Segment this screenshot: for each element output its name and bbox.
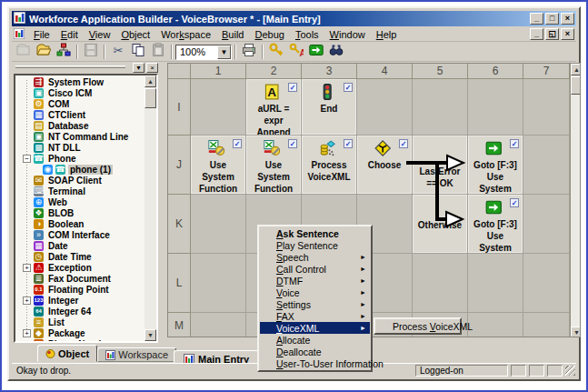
close-button[interactable]: × (561, 13, 574, 25)
tree-item-com[interactable]: ⚙COM (15, 98, 145, 109)
panel-menu-button[interactable]: ▾ (133, 63, 145, 73)
step-enabled-checkbox[interactable]: ✓ (233, 139, 242, 148)
panel-close-button[interactable]: × (146, 63, 158, 73)
tree-scroll-thumb[interactable] (145, 88, 156, 108)
tree-item-phone-1[interactable]: ◉☎phone (1) (15, 164, 145, 175)
step-use-system-function[interactable]: ✓UseSystemFunction (246, 136, 302, 195)
tree-item-ctclient[interactable]: ▦CTClient (15, 109, 145, 120)
context-menu-settings[interactable]: Settings► (260, 298, 370, 310)
tree-item-web[interactable]: ⊕Web (15, 196, 145, 207)
step-enabled-checkbox[interactable]: ✓ (344, 139, 353, 148)
submenu-process-voicexml[interactable]: Process VoiceXML (376, 320, 459, 332)
mdi-restore-button[interactable]: ◱ (545, 28, 559, 40)
print-button[interactable] (239, 44, 259, 61)
workspace-button[interactable] (54, 44, 74, 61)
grid-vscroll-thumb[interactable] (571, 76, 581, 95)
tree-item-nt-dll[interactable]: ▩NT DLL (15, 142, 145, 153)
step-enabled-checkbox[interactable]: ✓ (510, 198, 519, 207)
tree-scroll-down-button[interactable]: ▼ (145, 329, 156, 341)
panel-grabber[interactable]: ▾ × (14, 63, 158, 73)
panel-splitter[interactable] (160, 62, 167, 362)
zoom-select[interactable]: 100%▼ (175, 45, 232, 60)
step-enabled-checkbox[interactable]: ✓ (288, 139, 297, 148)
step-goto-f-3-use-system[interactable]: ✓Goto [F:3]UseSystem (468, 136, 523, 195)
collapse-expander-icon[interactable]: − (23, 155, 31, 163)
login-button[interactable]: A (286, 44, 306, 61)
context-menu-allocate[interactable]: Allocate (260, 334, 370, 346)
step-end[interactable]: ✓End (302, 79, 357, 136)
cut-button[interactable]: ✂ (108, 44, 128, 61)
tree-item-phone-number[interactable]: ☏Phone Number (15, 338, 145, 341)
step-enabled-checkbox[interactable]: ✓ (510, 139, 519, 148)
grid-scroll-down-button[interactable]: ▼ (571, 327, 581, 337)
menu-view[interactable]: View (84, 28, 116, 41)
context-menu-voicexml[interactable]: VoiceXML► (260, 322, 370, 334)
step-choose[interactable]: ✓Choose (357, 136, 413, 195)
step-otherwise[interactable]: Otherwise (413, 195, 468, 254)
menu-tools[interactable]: Tools (290, 28, 324, 41)
tree-item-system-flow[interactable]: ⇶System Flow (15, 76, 145, 87)
mdi-minimize-button[interactable]: _ (530, 28, 543, 40)
grid-scroll-up-button[interactable]: ▲ (571, 64, 581, 75)
tree-scroll-up-button[interactable]: ▲ (145, 75, 156, 87)
context-menu-call-control[interactable]: Call Control► (260, 263, 370, 275)
key-button[interactable] (266, 44, 286, 61)
menu-edit[interactable]: Edit (55, 28, 84, 41)
save-button[interactable] (81, 44, 101, 61)
new-button[interactable] (14, 44, 34, 61)
copy-button[interactable] (128, 44, 148, 61)
step-aurl-expr-append[interactable]: ✓AaURL =exprAppend (246, 79, 302, 136)
context-menu-fax[interactable]: FAX► (260, 310, 370, 322)
context-menu-speech[interactable]: Speech► (260, 251, 370, 263)
tree-item-integer-64[interactable]: 64Integer 64 (15, 306, 145, 317)
expand-expander-icon[interactable]: + (23, 264, 31, 272)
minimize-button[interactable]: _ (530, 13, 543, 25)
tree-item-database[interactable]: ▤Database (15, 120, 145, 131)
tree-item-integer[interactable]: +123Integer (15, 295, 145, 306)
menu-window[interactable]: Window (324, 28, 371, 41)
tree-item-blob[interactable]: ❖BLOB (15, 207, 145, 218)
tree-item-phone[interactable]: −☎Phone (15, 153, 145, 164)
step-enabled-checkbox[interactable]: ✓ (288, 83, 297, 92)
step-lasterror-ok[interactable]: LastError== OK (413, 136, 468, 195)
menu-build[interactable]: Build (216, 28, 249, 41)
context-menu-ask-sentence[interactable]: Ask Sentence (260, 227, 370, 239)
tree-item-date-time[interactable]: ◷Date Time (15, 251, 145, 262)
tree-item-com-interface[interactable]: »COM Interface (15, 229, 145, 240)
tree-item-fax-document[interactable]: ≣Fax Document (15, 273, 145, 284)
tree-item-floating-point[interactable]: 0.1Floating Point (15, 284, 145, 295)
menu-object[interactable]: Object (115, 28, 155, 41)
context-menu-user-to-user-information[interactable]: User-To-User Information (260, 357, 370, 369)
step-enabled-checkbox[interactable]: ✓ (344, 83, 353, 92)
tree-item-terminal[interactable]: ⌨Terminal (15, 186, 145, 196)
find-button[interactable] (326, 44, 346, 61)
menu-help[interactable]: Help (371, 28, 403, 41)
run-button[interactable] (306, 44, 326, 61)
tree-item-date[interactable]: ▦Date (15, 240, 145, 251)
step-enabled-checkbox[interactable]: ✓ (399, 139, 408, 148)
context-menu-deallocate[interactable]: Deallocate (260, 346, 370, 357)
tree-item-package[interactable]: +◆Package (15, 327, 145, 338)
tree-item-boolean[interactable]: ◑Boolean (15, 218, 145, 229)
step-goto-f-3-use-system[interactable]: ✓Goto [F:3]UseSystem (468, 195, 523, 254)
context-menu-dtmf[interactable]: DTMF► (260, 275, 370, 286)
tree-item-list[interactable]: ≡List (15, 317, 145, 327)
context-menu-voice[interactable]: Voice► (260, 286, 370, 298)
menu-workspace[interactable]: Workspace (155, 28, 216, 41)
zoom-dropdown-button[interactable]: ▼ (217, 45, 231, 59)
context-menu-play-sentence[interactable]: Play Sentence (260, 239, 370, 251)
paste-button[interactable] (148, 44, 168, 61)
expand-expander-icon[interactable]: + (23, 329, 31, 337)
tree-scrollbar[interactable]: ▲ ▼ (145, 75, 156, 341)
menu-file[interactable]: File (28, 28, 55, 41)
expand-expander-icon[interactable]: + (23, 297, 31, 305)
step-use-system-function[interactable]: ✓UseSystemFunction (191, 136, 246, 195)
grid-vertical-scrollbar[interactable]: ▲ ▼ (570, 64, 581, 337)
open-button[interactable] (34, 44, 54, 61)
maximize-button[interactable]: □ (545, 13, 559, 25)
mdi-close-button[interactable]: × (561, 28, 574, 40)
tree-item-soap-client[interactable]: ✉SOAP Client (15, 175, 145, 186)
tree-item-exception[interactable]: +⚠Exception (15, 262, 145, 273)
tree-item-nt-command-line[interactable]: ▣NT Command Line (15, 131, 145, 142)
tree-item-cisco-icm[interactable]: ▣Cisco ICM (15, 87, 145, 98)
